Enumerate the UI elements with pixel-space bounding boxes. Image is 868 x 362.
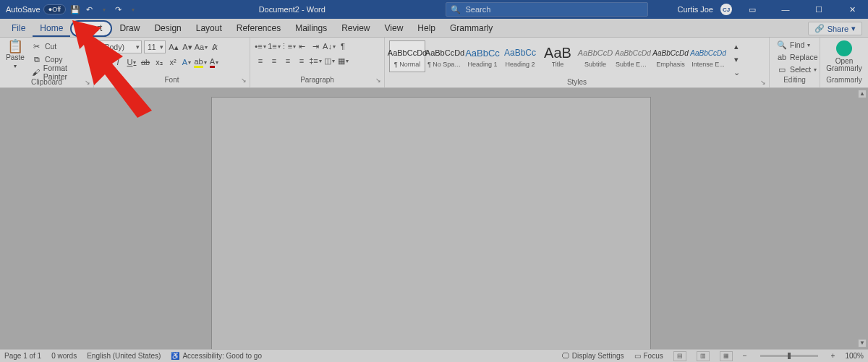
sort-icon[interactable]: A↓ bbox=[323, 40, 335, 52]
web-layout-icon[interactable]: ▦ bbox=[720, 351, 733, 361]
tab-insert[interactable]: Insert bbox=[70, 20, 112, 37]
close-icon[interactable]: ✕ bbox=[839, 0, 865, 19]
tab-layout[interactable]: Layout bbox=[189, 20, 229, 37]
style-tile[interactable]: AaBbCcDdEmphasis bbox=[652, 40, 689, 72]
vertical-scrollbar[interactable]: ▲ ▼ bbox=[858, 90, 867, 348]
tab-mailings[interactable]: Mailings bbox=[288, 20, 334, 37]
scroll-down-icon[interactable]: ▼ bbox=[858, 339, 867, 348]
display-settings-button[interactable]: 🖵Display Settings bbox=[562, 352, 624, 360]
minimize-icon[interactable]: — bbox=[773, 0, 799, 19]
styles-gallery[interactable]: AaBbCcDd¶ NormalAaBbCcDd¶ No Spac...AaBb… bbox=[389, 40, 726, 72]
shading-icon[interactable]: ◫ bbox=[323, 55, 335, 66]
multilevel-list-icon[interactable]: ⋮≡ bbox=[282, 40, 294, 52]
styles-scroll-down-icon[interactable]: ▾ bbox=[731, 53, 742, 65]
select-button[interactable]: ▭Select bbox=[774, 64, 819, 75]
align-center-icon[interactable]: ≡ bbox=[268, 55, 280, 66]
cut-button[interactable]: ✂Cut bbox=[29, 40, 89, 52]
subscript-icon[interactable]: x₂ bbox=[153, 56, 165, 68]
highlight-icon[interactable]: ab bbox=[195, 56, 206, 68]
superscript-icon[interactable]: x² bbox=[167, 56, 179, 68]
font-launcher-icon[interactable]: ↘ bbox=[241, 77, 247, 84]
zoom-level[interactable]: 100% bbox=[845, 352, 864, 360]
style-tile[interactable]: AaBbCcDdSubtle Em... bbox=[615, 40, 651, 72]
bold-icon[interactable]: B bbox=[98, 56, 110, 68]
show-marks-icon[interactable]: ¶ bbox=[337, 40, 349, 52]
qat-customize-icon[interactable] bbox=[128, 4, 138, 14]
format-painter-icon: 🖌 bbox=[31, 66, 41, 78]
focus-icon: ▭ bbox=[634, 352, 641, 360]
decrease-indent-icon[interactable]: ⇤ bbox=[296, 40, 307, 52]
grow-font-icon[interactable]: A▴ bbox=[168, 41, 179, 53]
print-layout-icon[interactable]: ▥ bbox=[697, 351, 710, 361]
underline-icon[interactable]: U bbox=[126, 56, 137, 68]
replace-button[interactable]: abReplace bbox=[774, 51, 820, 63]
tab-design[interactable]: Design bbox=[147, 20, 188, 37]
styles-more-icon[interactable]: ⌄ bbox=[731, 66, 742, 78]
user-avatar[interactable]: CJ bbox=[720, 4, 732, 15]
style-tile[interactable]: AaBbCcDd¶ Normal bbox=[389, 40, 425, 72]
status-page[interactable]: Page 1 of 1 bbox=[4, 352, 41, 360]
change-case-icon[interactable]: Aa bbox=[195, 41, 207, 53]
align-left-icon[interactable]: ≡ bbox=[255, 55, 266, 66]
maximize-icon[interactable]: ☐ bbox=[806, 0, 832, 19]
style-tile[interactable]: AaBbCcDd¶ No Spac... bbox=[427, 40, 463, 72]
save-icon[interactable]: 💾 bbox=[70, 4, 80, 14]
increase-indent-icon[interactable]: ⇥ bbox=[310, 40, 321, 52]
tab-grammarly[interactable]: Grammarly bbox=[443, 20, 500, 37]
style-tile[interactable]: AaBTitle bbox=[540, 40, 576, 72]
group-styles: AaBbCcDd¶ NormalAaBbCcDd¶ No Spac...AaBb… bbox=[385, 38, 770, 87]
line-spacing-icon[interactable]: ‡≡ bbox=[310, 55, 321, 66]
tab-review[interactable]: Review bbox=[334, 20, 377, 37]
strikethrough-icon[interactable]: ab bbox=[140, 56, 151, 68]
borders-icon[interactable]: ▦ bbox=[337, 55, 349, 66]
open-grammarly-button[interactable]: Open Grammarly bbox=[825, 40, 864, 72]
tab-draw[interactable]: Draw bbox=[112, 20, 147, 37]
paste-button[interactable]: 📋 Paste ▾ bbox=[4, 40, 26, 69]
read-mode-icon[interactable]: ▤ bbox=[673, 351, 686, 361]
style-tile[interactable]: AaBbCcDdIntense E... bbox=[690, 40, 726, 72]
zoom-in-icon[interactable]: + bbox=[831, 352, 835, 360]
bullets-icon[interactable]: •≡ bbox=[255, 40, 266, 52]
style-tile[interactable]: AaBbCcHeading 1 bbox=[464, 40, 501, 72]
find-button[interactable]: 🔍Find bbox=[774, 39, 812, 51]
styles-scroll-up-icon[interactable]: ▴ bbox=[731, 40, 742, 52]
tab-file[interactable]: File bbox=[4, 20, 33, 37]
document-page[interactable] bbox=[211, 97, 651, 349]
style-tile[interactable]: AaBbCcDSubtitle bbox=[577, 40, 613, 72]
style-tile[interactable]: AaBbCcHeading 2 bbox=[502, 40, 538, 72]
italic-icon[interactable]: I bbox=[112, 56, 124, 68]
font-size-select[interactable]: 11 bbox=[144, 40, 166, 53]
share-button[interactable]: 🔗 Share ▾ bbox=[808, 22, 862, 35]
ribbon: 📋 Paste ▾ ✂Cut ⧉Copy 🖌Format Painter Cli… bbox=[0, 38, 868, 88]
font-color-icon[interactable]: A bbox=[208, 56, 220, 68]
autosave-toggle[interactable]: AutoSave ● Off bbox=[6, 4, 66, 14]
paragraph-launcher-icon[interactable]: ↘ bbox=[375, 77, 381, 84]
shrink-font-icon[interactable]: A▾ bbox=[182, 41, 193, 53]
text-effects-icon[interactable]: A bbox=[181, 56, 192, 68]
numbering-icon[interactable]: 1≡ bbox=[268, 40, 280, 52]
styles-launcher-icon[interactable]: ↘ bbox=[760, 79, 766, 86]
format-painter-button[interactable]: 🖌Format Painter bbox=[29, 66, 89, 78]
zoom-out-icon[interactable]: − bbox=[743, 352, 747, 360]
clipboard-launcher-icon[interactable]: ↘ bbox=[85, 79, 90, 86]
undo-icon[interactable]: ↶ bbox=[85, 4, 95, 14]
document-canvas[interactable]: ▲ ▼ bbox=[0, 88, 868, 349]
status-accessibility[interactable]: ♿Accessibility: Good to go bbox=[171, 352, 262, 360]
redo-icon[interactable]: ↷ bbox=[114, 4, 124, 14]
tab-help[interactable]: Help bbox=[410, 20, 443, 37]
focus-button[interactable]: ▭Focus bbox=[634, 352, 663, 360]
status-language[interactable]: English (United States) bbox=[87, 352, 161, 360]
clear-formatting-icon[interactable]: A̷ bbox=[209, 41, 221, 53]
status-words[interactable]: 0 words bbox=[51, 352, 77, 360]
align-right-icon[interactable]: ≡ bbox=[282, 55, 294, 66]
tab-home[interactable]: Home bbox=[33, 20, 70, 37]
tab-references[interactable]: References bbox=[229, 20, 288, 37]
tab-view[interactable]: View bbox=[378, 20, 411, 37]
justify-icon[interactable]: ≡ bbox=[296, 55, 307, 66]
zoom-slider[interactable] bbox=[760, 355, 818, 357]
ribbon-display-options-icon[interactable]: ▭ bbox=[739, 0, 765, 19]
font-name-select[interactable]: (Body) bbox=[98, 40, 142, 53]
search-box[interactable]: 🔍 Search bbox=[446, 2, 648, 17]
undo-dropdown-icon[interactable] bbox=[99, 4, 109, 14]
scroll-up-icon[interactable]: ▲ bbox=[858, 90, 867, 98]
